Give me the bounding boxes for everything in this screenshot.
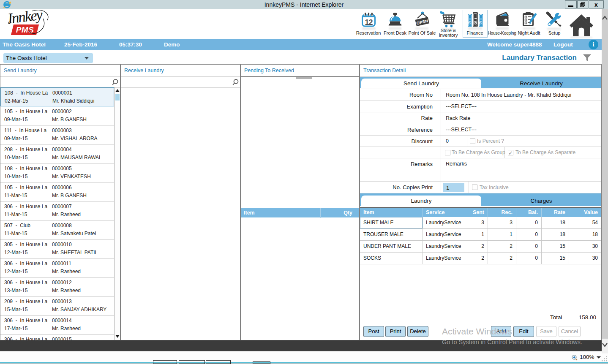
svg-text:12: 12 <box>365 18 373 27</box>
